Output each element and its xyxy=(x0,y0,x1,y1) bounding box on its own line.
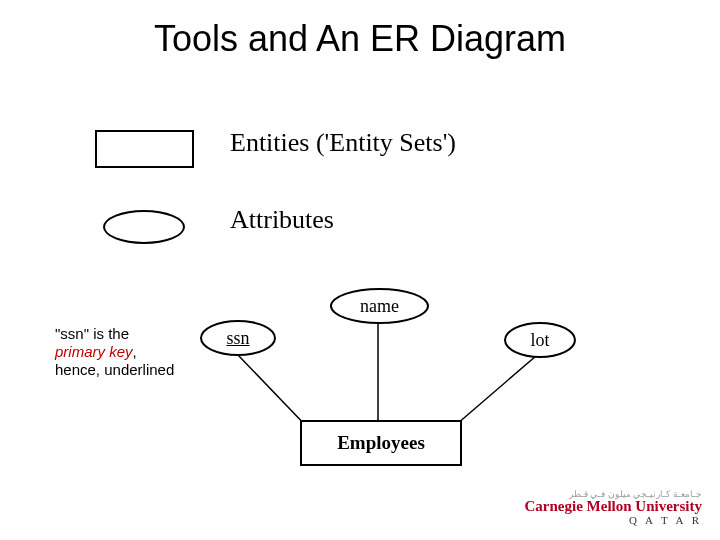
note-primary-key: primary key xyxy=(55,343,133,360)
legend-attributes-label: Attributes xyxy=(230,205,334,235)
note-line1: "ssn" is the xyxy=(55,325,129,342)
attribute-lot: lot xyxy=(504,322,576,358)
logo-sub: Q A T A R xyxy=(525,514,702,526)
svg-line-2 xyxy=(450,356,536,430)
svg-line-0 xyxy=(237,354,310,430)
note-comma: , xyxy=(133,343,137,360)
slide-title: Tools and An ER Diagram xyxy=(0,18,720,60)
attribute-name-label: name xyxy=(360,296,399,317)
legend-ellipse-symbol xyxy=(103,210,185,244)
note-line3: hence, underlined xyxy=(55,361,174,378)
legend-entities-label: Entities ('Entity Sets') xyxy=(230,128,456,158)
primary-key-note: "ssn" is the primary key, hence, underli… xyxy=(55,325,174,379)
attribute-name: name xyxy=(330,288,429,324)
cmu-qatar-logo: جـامعـة كـارنيـجي ميلون فـي قـطر Carnegi… xyxy=(525,489,702,526)
entity-employees-label: Employees xyxy=(337,432,425,454)
attribute-ssn: ssn xyxy=(200,320,276,356)
legend-rectangle-symbol xyxy=(95,130,194,168)
attribute-ssn-label: ssn xyxy=(226,328,249,349)
attribute-lot-label: lot xyxy=(530,330,549,351)
logo-main: Carnegie Mellon University xyxy=(525,499,702,514)
entity-employees: Employees xyxy=(300,420,462,466)
